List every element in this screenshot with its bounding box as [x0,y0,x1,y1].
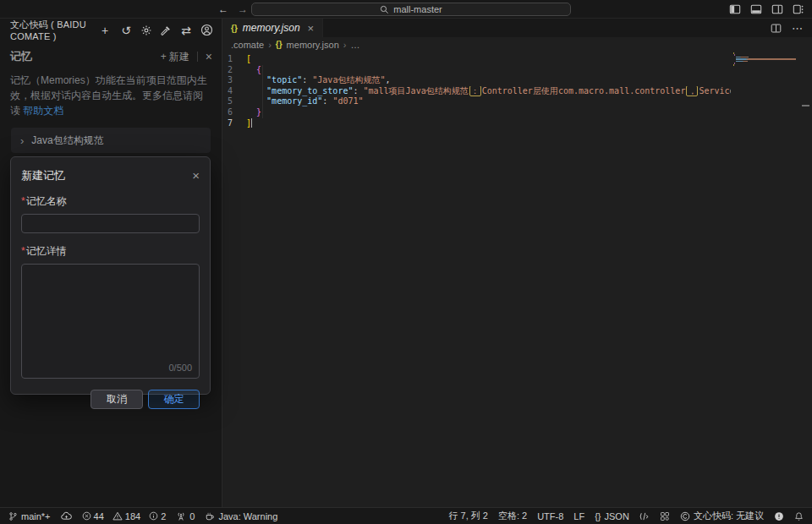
toggle-primary-sidebar-icon[interactable] [729,3,741,15]
error-icon [82,511,91,521]
info-icon [149,511,158,521]
breadcrumb-file[interactable]: memory.json [287,40,339,50]
code-line[interactable]: 4 "memory_to_store": "mall项目Java包结构规范：Co… [222,86,731,97]
search-text: mall-master [393,4,442,14]
cloud-upload-icon [61,511,72,521]
memory-detail-textarea[interactable] [21,264,200,379]
view-close-icon[interactable]: × [206,50,212,63]
text-cursor [251,118,252,128]
tab-close-icon[interactable]: × [308,22,315,35]
memory-name-input[interactable] [21,214,200,233]
more-actions-icon[interactable]: ⋯ [792,22,804,35]
minimap-content [733,52,801,66]
braces-icon: {} [595,511,601,521]
error-count: 44 [94,511,104,521]
overview-ruler-marker [802,105,809,106]
cancel-button[interactable]: 取消 [91,390,143,409]
tab-memory-json[interactable]: {} memory.json × [222,19,323,37]
dialog-close-icon[interactable]: × [192,170,200,182]
breadcrumb-root[interactable]: .comate [231,40,264,50]
comate-status[interactable]: 文心快码: 无建议 [680,508,764,524]
char-counter: 0/500 [168,363,192,373]
code-line[interactable]: 5 "memory_id": "d071" [222,96,731,107]
indentation-status[interactable]: 空格: 2 [498,508,527,524]
problems-status[interactable]: 44 184 2 [82,508,167,524]
sync-changes-status[interactable] [61,508,72,524]
extension-gear-icon [660,511,670,521]
command-center-search[interactable]: mall-master [251,3,571,16]
toggle-panel-icon[interactable] [750,3,762,15]
line-number[interactable]: 6 [222,107,246,118]
feedback-circle-icon [774,511,784,521]
chevron-right-icon: › [20,134,24,147]
java-status[interactable]: Java: Warning [205,508,277,524]
required-mark: * [21,195,25,207]
plus-icon: + [161,51,167,63]
cursor-position-status[interactable]: 行 7, 列 2 [448,508,487,524]
customize-layout-icon[interactable] [793,3,804,15]
extension-status-icon-1[interactable] [639,508,650,524]
code-line[interactable]: 6 } [222,107,731,118]
settings-gear-icon[interactable] [140,25,152,36]
status-bar: main*+ 44 184 2 0 Java: Warning 行 7, 列 2… [0,507,812,524]
memories-view-title: 记忆 [10,49,161,64]
code-line[interactable]: 7] [222,118,731,129]
nav-back-icon[interactable]: ← [218,3,228,15]
view-header-divider [197,52,198,62]
split-editor-icon[interactable] [771,23,782,34]
line-number[interactable]: 3 [222,75,246,86]
code-line[interactable]: 3 "topic": "Java包结构规范", [222,75,731,86]
confirm-button[interactable]: 确定 [148,390,200,409]
code-line[interactable]: 1[ [222,54,731,65]
line-number[interactable]: 2 [222,65,246,76]
breadcrumb[interactable]: .comate › {} memory.json › … [222,37,812,52]
new-chat-icon[interactable]: + [98,24,112,37]
git-branch-icon [8,511,18,521]
breadcrumb-symbol[interactable]: … [350,40,359,50]
help-doc-link[interactable]: 帮助文档 [23,105,63,117]
extension-status-icon-2[interactable] [660,508,670,524]
ports-status[interactable]: 0 [176,508,195,524]
code-line[interactable]: 2 { [222,65,731,76]
memory-detail-label: *记忆详情 [21,244,200,259]
indent-guide [262,65,263,118]
nav-forward-icon[interactable]: → [238,3,248,15]
title-bar: ← → mall-master [0,0,812,19]
language-mode-status[interactable]: {} JSON [595,508,629,524]
breadcrumb-separator: › [343,40,347,50]
notifications-status[interactable] [794,508,804,524]
editor-group: {} memory.json × ⋯ .comate › {} memory.j… [222,19,812,507]
memory-tree-item[interactable]: › Java包结构规范 [11,128,211,153]
memory-tree-item-label: Java包结构规范 [31,134,103,148]
git-branch-status[interactable]: main*+ [8,508,51,524]
search-icon [380,5,389,14]
memory-name-label: *记忆名称 [21,194,200,209]
encoding-status[interactable]: UTF-8 [537,508,563,524]
json-file-icon: {} [231,24,238,33]
code-lines: 1[2 {3 "topic": "Java包结构规范",4 "memory_to… [222,54,731,128]
comate-logo-icon [680,511,690,521]
memories-description: 记忆（Memories）功能在当前项目范围内生效，根据对话内容自动生成。更多信息… [0,67,221,118]
info-count: 2 [161,511,166,521]
line-number[interactable]: 5 [222,96,246,107]
account-icon[interactable] [200,24,213,36]
warning-icon [112,511,123,521]
feedback-status[interactable] [774,508,784,524]
bell-icon [794,511,804,521]
line-number[interactable]: 4 [222,86,246,97]
warning-count: 184 [125,511,140,521]
eol-status[interactable]: LF [573,508,584,524]
toggle-secondary-sidebar-icon[interactable] [771,3,783,15]
minimap[interactable] [733,52,801,221]
dialog-title: 新建记忆 [21,168,192,183]
line-number[interactable]: 7 [222,118,246,129]
history-icon[interactable]: ↺ [119,24,133,37]
swap-arrows-icon[interactable]: ⇄ [179,24,193,37]
tools-hammer-icon[interactable] [160,25,172,36]
coffee-cup-icon [205,511,215,521]
new-memory-button[interactable]: + 新建 [161,50,189,64]
line-number[interactable]: 1 [222,54,246,65]
code-editor[interactable]: 1[2 {3 "topic": "Java包结构规范",4 "memory_to… [222,54,812,128]
breadcrumb-separator: › [268,40,272,50]
linter-icon [639,511,650,521]
